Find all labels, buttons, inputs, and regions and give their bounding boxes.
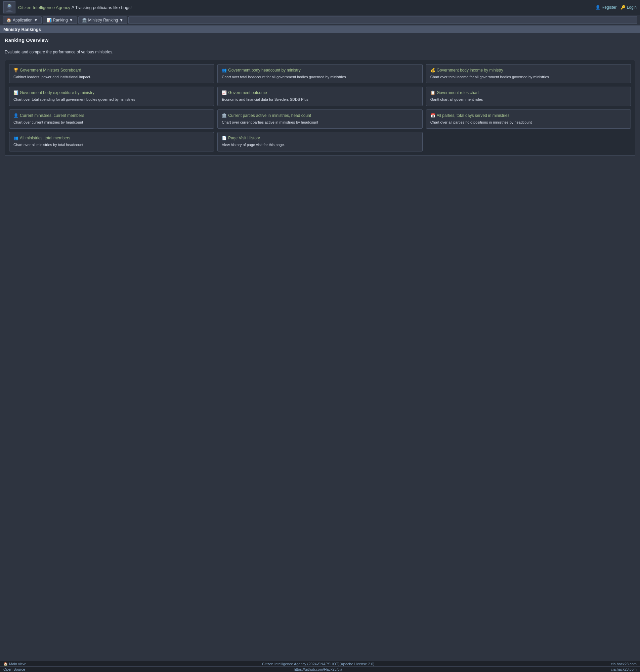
card-icon-4: 📈 [222,90,227,95]
ministry-ranking-menu-button[interactable]: 🏛️ Ministry Ranking ▼ [78,16,127,24]
section-description-text: Evaluate and compare the performance of … [5,50,114,55]
card-link-1[interactable]: Government body headcount by ministry [228,68,300,73]
card-title-9: 👥 All ministries, total members [13,136,210,140]
card-icon-2: 💰 [430,68,435,73]
svg-point-1 [8,4,11,7]
register-link[interactable]: 👤 Register [595,5,616,10]
card-desc-7: Chart over current parties active in min… [222,120,418,125]
card-title-10: 📄 Page Visit History [222,136,418,140]
copyright-text: Citizen Intelligence Agency (2024-SNAPSH… [262,662,374,666]
application-label: Application [13,18,33,23]
home-icon-footer: 🏠 [3,662,8,666]
site-title: Citizen Intelligence Agency // Tracking … [18,5,132,10]
app-icon: 🏠 [6,18,11,23]
card-desc-5: Gantt chart all government roles [430,97,627,102]
card-item-5[interactable]: 📋 Government roles chart Gantt chart all… [426,87,631,106]
card-link-0[interactable]: Government Ministers Scoreboard [20,68,81,73]
card-desc-0: Cabinet leaders: power and institutional… [13,75,210,79]
login-icon: 🔑 [621,5,626,10]
card-link-8[interactable]: All parties, total days served in minist… [437,113,510,118]
card-link-9[interactable]: All ministries, total members [20,136,70,140]
chevron-down-icon: ▼ [34,18,38,23]
chevron-down-icon2: ▼ [69,18,73,23]
card-title-8: 📅 All parties, total days served in mini… [430,113,627,118]
header-right: 👤 Register 🔑 Login [595,5,637,10]
card-title-3: 📊 Government body expenditure by ministr… [13,90,210,95]
card-link-2[interactable]: Government body income by ministry [437,68,503,73]
ranking-icon: 📊 [47,18,52,23]
section-description: Evaluate and compare the performance of … [5,50,635,55]
card-item-8[interactable]: 📅 All parties, total days served in mini… [426,109,631,129]
card-title-7: 🏛️ Current parties active in ministries,… [222,113,418,118]
ranking-label: Ranking [53,18,68,23]
page-title-text: Ministry Rankings [3,27,41,32]
card-title-0: 🏆 Government Ministers Scoreboard [13,68,210,73]
card-item-1[interactable]: 👥 Government body headcount by ministry … [217,64,422,83]
footer-cia-text: cia.hack23.com [611,667,637,671]
application-menu-button[interactable]: 🏠 Application ▼ [3,16,42,24]
footer-very-bottom: Open Source https://github.com/Hack23/ci… [0,666,640,672]
card-icon-10: 📄 [222,136,227,140]
card-title-2: 💰 Government body income by ministry [430,68,627,73]
nav-search-input[interactable] [128,16,637,24]
card-item-2[interactable]: 💰 Government body income by ministry Cha… [426,64,631,83]
card-item-9[interactable]: 👥 All ministries, total members Chart ov… [9,132,214,151]
person-icon: 👤 [595,5,600,10]
card-icon-0: 🏆 [13,68,18,73]
github-link-container: https://github.com/Hack23/cia [294,667,342,671]
card-item-6[interactable]: 👤 Current ministries, current members Ch… [9,109,214,129]
card-icon-6: 👤 [13,113,18,118]
header-left: Citizen Intelligence Agency // Tracking … [3,1,132,13]
svg-rect-2 [9,4,11,5]
card-item-10[interactable]: 📄 Page Visit History View history of pag… [217,132,422,151]
open-source-label: Open Source [3,667,25,671]
card-icon-3: 📊 [13,90,18,95]
card-link-5[interactable]: Government roles chart [437,90,479,95]
card-desc-6: Chart over current ministries by headcou… [13,120,210,125]
header: Citizen Intelligence Agency // Tracking … [0,0,640,15]
card-icon-5: 📋 [430,90,435,95]
main-content: Ranking Overview Evaluate and compare th… [0,33,640,160]
site-tagline-text: // Tracking politicians like bugs! [72,5,132,10]
main-view-link[interactable]: 🏠 Main view [3,662,26,666]
card-title-5: 📋 Government roles chart [430,90,627,95]
open-source-text: Open Source [3,667,25,671]
card-link-6[interactable]: Current ministries, current members [20,113,84,118]
login-link[interactable]: 🔑 Login [621,5,637,10]
github-label-text: https://github.com/Hack23/cia [294,667,342,671]
card-item-3[interactable]: 📊 Government body expenditure by ministr… [9,87,214,106]
card-link-4[interactable]: Government outcome [228,90,267,95]
footer-left: 🏠 Main view [3,662,26,666]
card-icon-1: 👥 [222,68,227,73]
ministry-icon: 🏛️ [82,18,87,23]
logo [3,1,15,13]
section-title: Ranking Overview [5,37,635,43]
card-title-6: 👤 Current ministries, current members [13,113,210,118]
register-label: Register [602,5,617,10]
card-desc-8: Chart over all parties hold positions in… [430,120,627,125]
site-name-text: Citizen Intelligence Agency [18,5,70,10]
footer-center: Citizen Intelligence Agency (2024-SNAPSH… [262,662,374,666]
footer-cia-url: cia.hack23.com [611,667,637,671]
cards-grid: 🏆 Government Ministers Scoreboard Cabine… [9,64,631,151]
main-view-label: Main view [9,662,26,666]
card-desc-9: Chart over all ministries by total headc… [13,143,210,147]
page-title-bar: Ministry Rankings [0,26,640,33]
section-title-text: Ranking Overview [5,37,48,43]
ranking-menu-button[interactable]: 📊 Ranking ▼ [43,16,77,24]
card-link-10[interactable]: Page Visit History [228,136,260,140]
card-link-7[interactable]: Current parties active in ministries, he… [228,113,311,118]
chevron-down-icon3: ▼ [119,18,123,23]
card-item-0[interactable]: 🏆 Government Ministers Scoreboard Cabine… [9,64,214,83]
cards-container: 🏆 Government Ministers Scoreboard Cabine… [5,60,635,156]
card-item-7[interactable]: 🏛️ Current parties active in ministries,… [217,109,422,129]
card-link-3[interactable]: Government body expenditure by ministry [20,90,94,95]
card-desc-2: Chart over total income for all governme… [430,75,627,79]
navbar: 🏠 Application ▼ 📊 Ranking ▼ 🏛️ Ministry … [0,15,640,26]
card-item-4[interactable]: 📈 Government outcome Economic and financ… [217,87,422,106]
cia-link: cia.hack23.com [611,662,637,666]
card-desc-1: Chart over total headcount for all gover… [222,75,418,79]
card-icon-7: 🏛️ [222,113,227,118]
footer-right: cia.hack23.com [611,662,637,666]
github-link[interactable]: https://github.com/Hack23/cia [294,667,342,671]
